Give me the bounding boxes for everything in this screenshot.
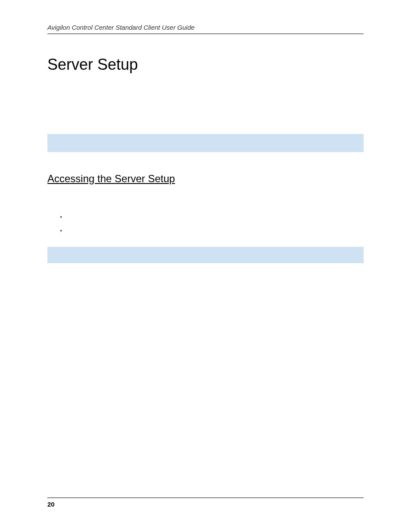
page-header: Avigilon Control Center Standard Client … <box>47 24 364 34</box>
page-number: 20 <box>47 501 55 508</box>
chapter-title: Server Setup <box>47 56 364 74</box>
highlight-box-small <box>47 247 364 263</box>
header-text: Avigilon Control Center Standard Client … <box>47 24 195 31</box>
highlight-box-large <box>47 134 364 152</box>
document-page: Avigilon Control Center Standard Client … <box>0 0 411 532</box>
bullet-list <box>47 215 364 235</box>
page-footer: 20 <box>47 498 364 508</box>
list-item <box>60 215 364 221</box>
list-item <box>60 229 364 235</box>
section-heading: Accessing the Server Setup <box>47 173 364 185</box>
